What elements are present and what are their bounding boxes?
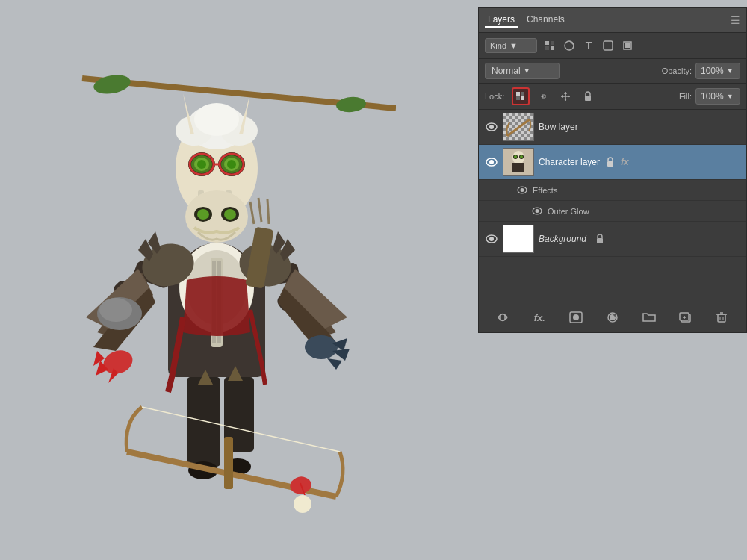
svg-marker-77 [561, 95, 563, 98]
svg-rect-88 [512, 163, 524, 172]
blend-chevron-icon: ▼ [524, 67, 530, 75]
svg-rect-63 [545, 46, 549, 50]
svg-rect-62 [551, 41, 554, 45]
svg-rect-79 [585, 96, 591, 101]
fill-dropdown[interactable]: 100% ▼ [695, 88, 740, 105]
svg-marker-78 [568, 95, 570, 98]
layers-panel: Layers Channels ☰ Kind ▼ T [478, 7, 747, 333]
outer-glow-visibility-icon[interactable] [531, 205, 543, 217]
blend-row: Normal ▼ Opacity: 100% ▼ [479, 59, 746, 84]
layer-background-thumbnail [503, 225, 534, 253]
fill-section: Fill: 100% ▼ [679, 88, 740, 105]
effects-item-header: Effects [479, 180, 746, 201]
svg-rect-70 [521, 92, 524, 96]
layer-character-name: Character layer [539, 157, 600, 167]
svg-marker-76 [564, 99, 567, 101]
footer-new-layer-button[interactable] [675, 307, 696, 328]
svg-rect-69 [516, 92, 520, 96]
footer-link-button[interactable] [492, 307, 513, 328]
svg-point-41 [194, 103, 239, 136]
blend-mode-dropdown[interactable]: Normal ▼ [485, 63, 560, 79]
svg-rect-64 [551, 46, 554, 50]
footer-mask-button[interactable] [565, 307, 586, 328]
layer-character-lock-icon [606, 157, 615, 167]
lock-position-button[interactable] [557, 87, 574, 105]
kind-label: Kind [490, 41, 506, 50]
svg-point-104 [573, 314, 579, 320]
layer-character-fx-icon: fx [621, 157, 629, 167]
opacity-value-display: 100% [701, 66, 724, 76]
layers-empty-space [479, 257, 746, 302]
footer-delete-button[interactable] [711, 307, 732, 328]
svg-rect-48 [224, 437, 233, 489]
layer-background-visibility[interactable] [485, 232, 498, 246]
lock-transparent-button[interactable] [512, 87, 530, 105]
kind-dropdown[interactable]: Kind ▼ [485, 38, 537, 53]
svg-rect-8 [187, 377, 220, 467]
svg-rect-61 [545, 41, 549, 45]
character-artwork [37, 19, 396, 541]
footer-fx-label: fx. [534, 312, 545, 323]
svg-rect-66 [604, 41, 613, 50]
lock-label: Lock: [485, 92, 504, 101]
layers-list: Bow layer Character layer [479, 110, 746, 302]
footer-adjustment-button[interactable] [602, 307, 623, 328]
panel-menu-icon[interactable]: ☰ [731, 14, 740, 26]
layer-item-bow[interactable]: Bow layer [479, 110, 746, 145]
filter-shape-icon[interactable] [600, 37, 616, 54]
effects-label: Effects [533, 186, 557, 195]
panel-tabs: Layers Channels [485, 13, 568, 28]
filter-type-icon[interactable]: T [580, 37, 597, 54]
svg-rect-71 [516, 96, 520, 100]
opacity-label: Opacity: [662, 66, 692, 75]
footer-fx-button[interactable]: fx. [529, 307, 550, 328]
svg-line-21 [267, 199, 269, 224]
layer-character-visibility[interactable] [485, 155, 498, 169]
fill-label: Fill: [679, 92, 692, 101]
panel-footer: fx. [479, 302, 746, 332]
svg-point-92 [520, 155, 523, 158]
svg-point-91 [514, 155, 517, 158]
svg-rect-72 [521, 96, 524, 100]
lock-all-button[interactable] [579, 87, 597, 105]
blend-mode-label: Normal [492, 66, 521, 76]
fill-chevron-icon: ▼ [727, 93, 734, 100]
layer-character-thumbnail [503, 148, 534, 176]
tab-layers[interactable]: Layers [485, 13, 518, 28]
svg-marker-75 [564, 92, 567, 94]
layer-background-lock-icon [595, 234, 604, 244]
svg-rect-100 [597, 238, 603, 243]
lock-row: Lock: [479, 84, 746, 110]
svg-point-58 [99, 298, 132, 322]
opacity-dropdown[interactable]: 100% ▼ [695, 63, 740, 79]
footer-group-button[interactable] [639, 307, 660, 328]
svg-point-46 [224, 209, 236, 220]
svg-point-45 [197, 209, 209, 220]
layer-bow-thumbnail [503, 113, 534, 141]
svg-point-99 [489, 237, 494, 241]
filter-icons: T [542, 37, 636, 54]
filter-pixel-icon[interactable] [542, 37, 558, 54]
filter-adjustment-icon[interactable] [561, 37, 577, 54]
artwork-area [0, 0, 433, 560]
lock-image-button[interactable] [534, 87, 552, 105]
effects-visibility-icon[interactable] [516, 184, 528, 196]
kind-chevron-icon: ▼ [509, 41, 518, 50]
opacity-chevron-icon: ▼ [727, 67, 734, 75]
svg-point-85 [489, 160, 494, 164]
svg-rect-111 [718, 314, 725, 322]
tab-channels[interactable]: Channels [524, 13, 568, 28]
layer-item-background[interactable]: Background [479, 222, 746, 257]
layer-character-name-area: Character layer fx [539, 157, 740, 167]
layer-item-character[interactable]: Character layer fx [479, 145, 746, 180]
filter-smart-icon[interactable] [619, 37, 636, 54]
svg-point-81 [489, 125, 494, 129]
layer-background-name: Background [539, 234, 586, 244]
svg-point-51 [294, 495, 311, 513]
fill-value-display: 100% [701, 91, 724, 102]
panel-header: Layers Channels ☰ [479, 8, 746, 33]
layer-bow-visibility[interactable] [485, 120, 498, 134]
svg-point-95 [521, 188, 524, 192]
svg-point-33 [197, 160, 206, 169]
outer-glow-label: Outer Glow [548, 207, 589, 216]
